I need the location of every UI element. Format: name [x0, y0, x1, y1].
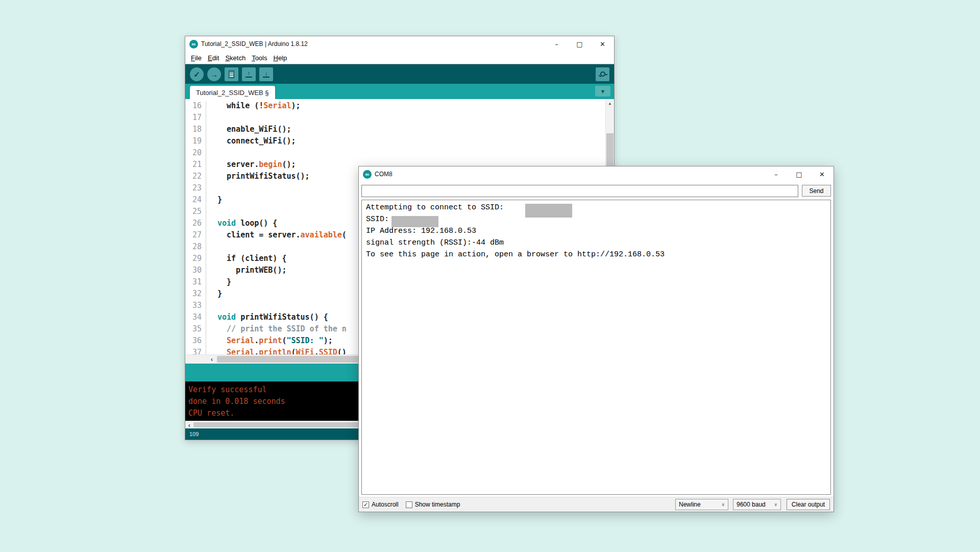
serial-output-text: Attempting to connect to SSID:SSID:IP Ad…	[362, 200, 830, 262]
baud-rate-select[interactable]: 9600 baud ∨	[733, 499, 781, 510]
autoscroll-label: Autoscroll	[372, 501, 399, 508]
autoscroll-toggle[interactable]: ✓ Autoscroll	[362, 501, 399, 508]
magnifier-icon	[600, 71, 605, 77]
code-line: 18 enable_WiFi();	[185, 125, 614, 136]
serial-monitor-controls: ✓ Autoscroll Show timestamp Newline ∨ 96…	[359, 497, 834, 512]
arduino-logo-icon: ∞	[363, 170, 372, 179]
serial-output-line: signal strength (RSSI):-44 dBm	[366, 238, 830, 250]
chevron-down-icon: ▼	[600, 88, 606, 94]
menu-edit[interactable]: Edit	[205, 54, 222, 62]
maximize-button[interactable]: □	[568, 36, 591, 52]
show-timestamp-label: Show timestamp	[415, 501, 460, 508]
scroll-up-icon[interactable]: ▲	[606, 99, 614, 108]
serial-output-line: To see this page in action, open a brows…	[366, 250, 830, 262]
redacted-text-block	[525, 204, 572, 218]
new-sketch-button[interactable]	[225, 67, 238, 81]
menu-file[interactable]: File	[188, 54, 205, 62]
close-button[interactable]: ✕	[591, 36, 614, 52]
code-line: 17	[185, 113, 614, 125]
arduino-titlebar[interactable]: ∞ Tutorial_2_SSID_WEB | Arduino 1.8.12 –…	[185, 36, 614, 52]
send-button[interactable]: Send	[802, 185, 831, 197]
scroll-left-icon[interactable]: ‹	[208, 355, 216, 364]
serial-output-area[interactable]: Attempting to connect to SSID:SSID:IP Ad…	[361, 200, 831, 495]
verify-button[interactable]: ✓	[190, 67, 204, 81]
serial-titlebar[interactable]: ∞ COM8 – □ ✕	[359, 166, 834, 182]
line-ending-value: Newline	[679, 501, 701, 508]
check-icon: ✓	[193, 70, 200, 78]
open-sketch-button[interactable]: ↑	[242, 67, 256, 81]
menu-bar: FileEditSketchToolsHelp	[185, 52, 614, 64]
ide-toolbar: ✓ → ↑ ↓	[185, 64, 614, 84]
menu-help[interactable]: Help	[270, 54, 290, 62]
chevron-down-icon: ∨	[774, 502, 777, 507]
save-sketch-button[interactable]: ↓	[259, 67, 273, 81]
serial-output-line: IP Address: 192.168.0.53	[366, 227, 830, 238]
up-arrow-icon: ↑	[246, 71, 252, 78]
serial-monitor-button[interactable]	[596, 67, 609, 81]
menu-sketch[interactable]: Sketch	[222, 54, 249, 62]
serial-output-line: Attempting to connect to SSID:	[366, 203, 830, 215]
tab-list-button[interactable]: ▼	[595, 86, 610, 97]
show-timestamp-checkbox[interactable]	[406, 501, 412, 508]
sketch-tab[interactable]: Tutorial_2_SSID_WEB §	[190, 86, 275, 99]
code-line: 19 connect_WiFi();	[185, 136, 614, 148]
document-icon	[229, 70, 234, 78]
serial-send-input[interactable]	[361, 185, 798, 197]
minimize-button[interactable]: –	[765, 166, 788, 182]
redacted-text-block	[391, 216, 438, 227]
scroll-left-icon[interactable]: ‹	[185, 421, 193, 428]
board-line-indicator: 109	[189, 431, 199, 437]
right-arrow-icon: →	[210, 70, 218, 78]
close-button[interactable]: ✕	[811, 166, 834, 182]
window-title: COM8	[375, 171, 393, 178]
sketch-tab-bar: Tutorial_2_SSID_WEB § ▼	[185, 84, 614, 99]
serial-monitor-window: ∞ COM8 – □ ✕ Send Attempting to connect …	[358, 166, 834, 512]
autoscroll-checkbox[interactable]: ✓	[362, 501, 369, 508]
down-arrow-icon: ↓	[263, 71, 270, 78]
menu-tools[interactable]: Tools	[249, 54, 270, 62]
minimize-button[interactable]: –	[545, 36, 568, 52]
line-ending-select[interactable]: Newline ∨	[675, 499, 728, 510]
maximize-button[interactable]: □	[788, 166, 811, 182]
upload-button[interactable]: →	[207, 67, 221, 81]
chevron-down-icon: ∨	[721, 502, 725, 507]
code-line: 20	[185, 148, 614, 160]
clear-output-button[interactable]: Clear output	[787, 499, 830, 510]
baud-rate-value: 9600 baud	[737, 501, 766, 508]
arduino-logo-icon: ∞	[189, 40, 198, 49]
window-title: Tutorial_2_SSID_WEB | Arduino 1.8.12	[201, 40, 308, 47]
show-timestamp-toggle[interactable]: Show timestamp	[406, 501, 460, 508]
code-line: 16 while (!Serial);	[185, 101, 614, 113]
